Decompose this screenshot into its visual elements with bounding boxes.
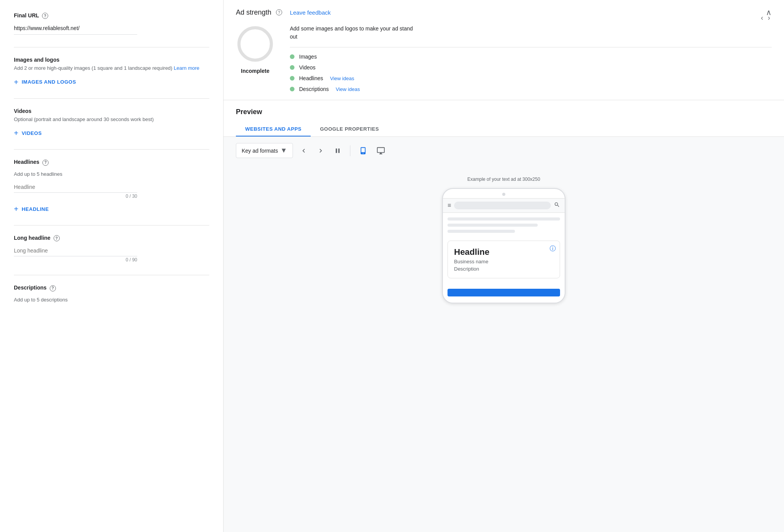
- mobile-view-button[interactable]: [357, 144, 370, 157]
- strength-divider: [290, 47, 772, 47]
- long-headline-label-text: Long headline: [14, 235, 50, 241]
- strength-item-images: Images: [290, 54, 772, 60]
- content-lines: [443, 213, 565, 241]
- divider-5: [14, 275, 209, 275]
- strength-item-headlines: Headlines View ideas: [290, 75, 772, 81]
- preview-toolbar: Key ad formats ▼: [224, 137, 784, 164]
- prev-icon: [300, 147, 308, 155]
- final-url-input[interactable]: [14, 24, 137, 35]
- images-logos-learn-more[interactable]: Learn more: [174, 65, 199, 71]
- leave-feedback-link[interactable]: Leave feedback: [290, 9, 331, 16]
- headline-input[interactable]: [14, 182, 137, 193]
- ad-button-row: [443, 283, 565, 303]
- ad-business-name: Business name: [454, 259, 554, 264]
- strength-prev-button[interactable]: ‹: [759, 12, 765, 24]
- final-url-section: Final URL ?: [14, 12, 209, 35]
- incomplete-label: Incomplete: [241, 68, 269, 74]
- format-select-label: Key ad formats: [242, 148, 278, 154]
- divider-1: [14, 47, 209, 47]
- strength-details: Add some images and logos to make your a…: [290, 25, 772, 92]
- add-images-logos-button[interactable]: + IMAGES AND LOGOS: [14, 78, 76, 86]
- long-headline-section: Long headline ? 0 / 90: [14, 235, 209, 263]
- right-panel: Ad strength ? Leave feedback ∧ Incomplet…: [224, 0, 784, 532]
- headlines-section: Headlines ? Add up to 5 headlines 0 / 30…: [14, 159, 209, 213]
- descriptions-help-icon[interactable]: ?: [50, 285, 56, 291]
- headline-char-count: 0 / 30: [14, 194, 137, 199]
- long-headline-char-count: 0 / 90: [14, 257, 137, 263]
- menu-icon: ≡: [448, 202, 451, 209]
- svg-point-0: [239, 28, 271, 60]
- tab-google-properties[interactable]: GOOGLE PROPERTIES: [311, 122, 388, 136]
- headlines-help-icon[interactable]: ?: [42, 160, 49, 166]
- desktop-view-button[interactable]: [374, 144, 387, 157]
- descriptions-view-ideas-link[interactable]: View ideas: [336, 86, 360, 92]
- preview-body: Example of your text ad at 300x250 ≡: [224, 164, 784, 316]
- strength-tip: Add some images and logos to make your a…: [290, 25, 421, 41]
- toolbar-separator: [350, 145, 350, 156]
- strength-item-videos: Videos: [290, 64, 772, 71]
- images-logos-label: Images and logos: [14, 57, 209, 63]
- preview-section: Preview WEBSITES AND APPS GOOGLE PROPERT…: [224, 100, 784, 532]
- long-headline-input[interactable]: [14, 246, 137, 256]
- phone-top: [443, 189, 565, 199]
- images-logos-desc: Add 2 or more high-quality images (1 squ…: [14, 64, 209, 72]
- add-videos-button[interactable]: + VIDEOS: [14, 129, 42, 137]
- desktop-icon: [377, 146, 385, 155]
- browser-url-bar: [454, 202, 551, 209]
- images-logos-section: Images and logos Add 2 or more high-qual…: [14, 57, 209, 86]
- descriptions-section: Descriptions ? Add up to 5 descriptions: [14, 285, 209, 303]
- descriptions-desc: Add up to 5 descriptions: [14, 296, 209, 304]
- ad-strength-body: Incomplete Add some images and logos to …: [236, 25, 772, 92]
- preview-title: Preview: [236, 108, 772, 116]
- pause-button[interactable]: [331, 145, 344, 157]
- strength-item-headlines-label: Headlines: [299, 75, 323, 81]
- phone-camera: [502, 193, 505, 196]
- info-icon: ⓘ: [550, 245, 556, 253]
- headlines-label: Headlines ?: [14, 159, 209, 165]
- long-headline-help-icon[interactable]: ?: [54, 235, 60, 241]
- format-select[interactable]: Key ad formats ▼: [236, 143, 293, 158]
- divider-3: [14, 149, 209, 150]
- videos-label: Videos: [14, 108, 209, 114]
- headlines-view-ideas-link[interactable]: View ideas: [330, 76, 354, 81]
- strength-item-images-label: Images: [299, 54, 317, 60]
- headlines-desc: Add up to 5 headlines: [14, 170, 209, 178]
- strength-list: Images Videos Headlines View ideas: [290, 54, 772, 92]
- divider-4: [14, 225, 209, 226]
- ad-strength-title: Ad strength: [236, 8, 271, 17]
- content-line-3: [448, 230, 515, 233]
- strength-circle: [236, 25, 274, 63]
- dot-videos: [290, 65, 294, 70]
- content-line-1: [448, 217, 560, 221]
- final-url-text: Final URL: [14, 12, 39, 19]
- left-panel: Final URL ? Images and logos Add 2 or mo…: [0, 0, 224, 532]
- ad-card: ⓘ Headline Business name Description: [448, 241, 560, 278]
- ad-strength-section: Ad strength ? Leave feedback ∧ Incomplet…: [224, 0, 784, 100]
- dot-descriptions: [290, 87, 294, 91]
- dot-images: [290, 54, 294, 59]
- headlines-label-text: Headlines: [14, 159, 39, 165]
- videos-desc: Optional (portrait and landscape around …: [14, 116, 209, 123]
- ad-cta-button[interactable]: [448, 289, 560, 296]
- nav-arrows: ‹ ›: [759, 12, 772, 24]
- ad-strength-title-group: Ad strength ? Leave feedback: [236, 8, 331, 17]
- ad-strength-help-icon[interactable]: ?: [276, 9, 282, 15]
- preview-prev-button[interactable]: [298, 145, 310, 157]
- strength-item-videos-label: Videos: [299, 64, 316, 71]
- images-logos-desc-text: Add 2 or more high-quality images (1 squ…: [14, 65, 172, 71]
- chevron-down-icon: ▼: [280, 146, 287, 155]
- tab-websites-and-apps[interactable]: WEBSITES AND APPS: [236, 122, 311, 136]
- ad-description: Description: [454, 266, 554, 272]
- preview-header: Preview WEBSITES AND APPS GOOGLE PROPERT…: [224, 100, 784, 137]
- add-headline-button[interactable]: + HEADLINE: [14, 205, 49, 213]
- ad-headline: Headline: [454, 247, 554, 257]
- headline-input-wrap: 0 / 30: [14, 182, 209, 199]
- ad-strength-header: Ad strength ? Leave feedback ∧: [236, 8, 772, 17]
- preview-tabs: WEBSITES AND APPS GOOGLE PROPERTIES: [236, 122, 772, 136]
- strength-item-descriptions-label: Descriptions: [299, 86, 329, 92]
- final-url-label: Final URL ?: [14, 12, 209, 19]
- preview-next-button[interactable]: [315, 145, 327, 157]
- strength-next-button[interactable]: ›: [766, 12, 772, 24]
- final-url-help-icon[interactable]: ?: [42, 13, 48, 19]
- add-headline-label: HEADLINE: [22, 206, 49, 212]
